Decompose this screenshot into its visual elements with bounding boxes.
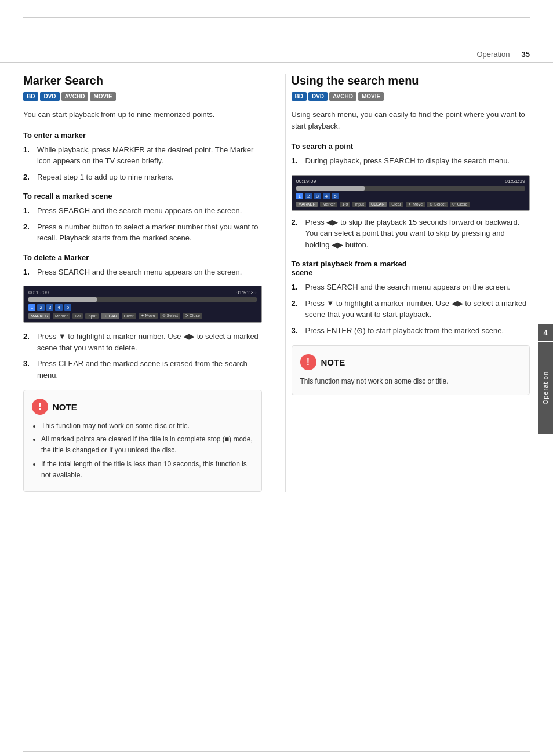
left-screen-mockup: 00:19:09 01:51:39 1 2 3 4 5 MARKER Marke… bbox=[23, 286, 262, 323]
screen-btn-marker-tag: MARKER bbox=[28, 313, 50, 319]
note-item-2: All marked points are cleared if the tit… bbox=[41, 434, 253, 456]
screen-btn-move: ✦ Move bbox=[139, 313, 158, 319]
right-screen-progress-bar bbox=[296, 186, 526, 191]
screen-btn-clear: Clear bbox=[122, 313, 136, 319]
right-intro: Using search menu, you can easily to fin… bbox=[292, 109, 530, 132]
top-border-line bbox=[23, 17, 530, 46]
right-chapter-1: 1 bbox=[296, 193, 303, 199]
screen-controls: MARKER Marker 1-9 Input CLEAR Clear ✦ Mo… bbox=[28, 313, 257, 319]
right-screen-btn-clear: Clear bbox=[389, 202, 403, 207]
screen-btn-marker: Marker bbox=[53, 313, 70, 319]
right-screen-btn-move: ✦ Move bbox=[406, 202, 425, 207]
right-note-title: NOTE bbox=[321, 357, 345, 367]
right-screen-progress-fill bbox=[296, 186, 365, 191]
list-item: 1. During playback, press SEARCH to disp… bbox=[292, 155, 530, 167]
page-footer: BD551-N.BUSALLP_0487.indd 35 7/19/11 11:… bbox=[23, 751, 530, 756]
left-note-header: ! NOTE bbox=[32, 399, 253, 415]
right-screen-btn-select: ⊙ Select bbox=[427, 202, 448, 207]
right-screen-btn-marker: Marker bbox=[320, 202, 337, 207]
list-item: 1. Press SEARCH and the search menu appe… bbox=[292, 282, 530, 293]
right-chapter-5: 5 bbox=[332, 193, 339, 199]
list-item: 1. Press SEARCH and the search menu appe… bbox=[23, 266, 262, 278]
right-screen-btn-clear-tag: CLEAR bbox=[369, 202, 387, 207]
delete-marker-heading: To delete a Marker bbox=[23, 253, 262, 262]
right-note-box: ! NOTE This function may not work on som… bbox=[292, 345, 530, 395]
screen-btn-clear-tag: CLEAR bbox=[101, 313, 119, 319]
screen-chapter-row: 1 2 3 4 5 bbox=[28, 304, 257, 311]
screen-btn-19: 1-9 bbox=[72, 313, 83, 319]
right-screen-btn-marker-tag: MARKER bbox=[296, 202, 318, 207]
left-section-title: Marker Search bbox=[23, 74, 262, 87]
note-item-3: If the total length of the title is less… bbox=[41, 459, 253, 481]
screen-btn-close: ⟳ Close bbox=[183, 313, 202, 319]
list-item: 2. Press ▼ to highlight a marker number.… bbox=[292, 298, 530, 320]
list-item: 3. Press CLEAR and the marked scene is e… bbox=[23, 358, 262, 381]
right-screen-btn-input: Input bbox=[352, 202, 366, 207]
screen-progress-bar bbox=[28, 297, 257, 302]
sidebar-label: Operation bbox=[542, 371, 549, 404]
right-screen-time-row: 00:19:09 01:51:39 bbox=[296, 178, 526, 184]
right-badge-bd: BD bbox=[292, 92, 307, 101]
chapter-2: 2 bbox=[37, 304, 44, 311]
right-screen-current-time: 00:19:09 bbox=[296, 178, 316, 184]
header-title: Operation bbox=[476, 50, 510, 59]
search-point-list: 1. During playback, press SEARCH to disp… bbox=[292, 155, 530, 167]
right-chapter-4: 4 bbox=[323, 193, 330, 199]
search-point-heading: To search a point bbox=[292, 142, 530, 151]
screen-progress-fill bbox=[28, 297, 97, 302]
left-intro: You can start playback from up to nine m… bbox=[23, 109, 262, 120]
sidebar-tab: Operation bbox=[538, 342, 553, 434]
right-screen-chapter-row: 1 2 3 4 5 bbox=[296, 193, 526, 199]
delete-marker-list: 1. Press SEARCH and the search menu appe… bbox=[23, 266, 262, 278]
right-chapter-2: 2 bbox=[305, 193, 312, 199]
badge-movie: MOVIE bbox=[90, 92, 115, 101]
list-item: 2. Press ▼ to highlight a marker number.… bbox=[23, 331, 262, 353]
right-column: Using the search menu BD DVD AVCHD MOVIE… bbox=[285, 74, 530, 492]
right-section-title: Using the search menu bbox=[292, 74, 530, 87]
badge-dvd: DVD bbox=[40, 92, 59, 101]
right-screen-mockup: 00:19:09 01:51:39 1 2 3 4 5 MARKER Marke… bbox=[292, 175, 530, 211]
note-item-1: This function may not work on some disc … bbox=[41, 421, 253, 432]
recall-marker-list: 1. Press SEARCH and the search menu appe… bbox=[23, 205, 262, 244]
right-badge-dvd: DVD bbox=[308, 92, 328, 101]
right-badge-movie: MOVIE bbox=[358, 92, 384, 101]
badge-bd: BD bbox=[23, 92, 38, 101]
enter-marker-heading: To enter a marker bbox=[23, 131, 262, 140]
screen-total-time: 01:51:39 bbox=[236, 290, 256, 295]
header-page-number: 35 bbox=[522, 50, 530, 59]
right-badge-avchd: AVCHD bbox=[329, 92, 356, 101]
page-header: Operation 35 bbox=[0, 46, 553, 63]
list-item: 1. Press SEARCH and the search menu appe… bbox=[23, 205, 262, 217]
chapter-3: 3 bbox=[46, 304, 53, 311]
main-content: Marker Search BD DVD AVCHD MOVIE You can… bbox=[0, 63, 553, 503]
note-icon: ! bbox=[32, 399, 48, 415]
right-note-text: This function may not work on some disc … bbox=[300, 376, 522, 386]
right-badges: BD DVD AVCHD MOVIE bbox=[292, 92, 530, 101]
right-screen-controls: MARKER Marker 1-9 Input CLEAR Clear ✦ Mo… bbox=[296, 202, 526, 207]
left-note-box: ! NOTE This function may not work on som… bbox=[23, 390, 262, 492]
screen-btn-input: Input bbox=[85, 313, 99, 319]
list-item: 1. While playback, press MARKER at the d… bbox=[23, 144, 262, 167]
right-note-icon: ! bbox=[300, 354, 316, 370]
list-item: 2. Repeat step 1 to add up to nine marke… bbox=[23, 171, 262, 183]
screen-current-time: 00:19:09 bbox=[28, 290, 49, 295]
right-note-header: ! NOTE bbox=[300, 354, 522, 370]
page: Operation 35 4 Operation Marker Search B… bbox=[0, 17, 553, 756]
right-screen-btn-close: ⟳ Close bbox=[450, 202, 470, 207]
list-item: 2. Press ◀▶ to skip the playback 15 seco… bbox=[292, 217, 530, 251]
search-point-list-cont: 2. Press ◀▶ to skip the playback 15 seco… bbox=[292, 217, 530, 251]
chapter-4: 4 bbox=[55, 304, 62, 311]
sidebar-section-number: 4 bbox=[538, 324, 553, 341]
note-title: NOTE bbox=[53, 402, 77, 412]
left-column: Marker Search BD DVD AVCHD MOVIE You can… bbox=[23, 74, 268, 492]
badge-avchd: AVCHD bbox=[61, 92, 89, 101]
right-screen-total-time: 01:51:39 bbox=[505, 178, 525, 184]
chapter-1: 1 bbox=[28, 304, 35, 311]
list-item: 2. Press a number button to select a mar… bbox=[23, 221, 262, 244]
right-screen-btn-19: 1-9 bbox=[340, 202, 350, 207]
right-chapter-3: 3 bbox=[314, 193, 321, 199]
enter-marker-list: 1. While playback, press MARKER at the d… bbox=[23, 144, 262, 183]
screen-time-row: 00:19:09 01:51:39 bbox=[28, 290, 257, 295]
delete-marker-list-cont: 2. Press ▼ to highlight a marker number.… bbox=[23, 331, 262, 381]
left-badges: BD DVD AVCHD MOVIE bbox=[23, 92, 262, 101]
